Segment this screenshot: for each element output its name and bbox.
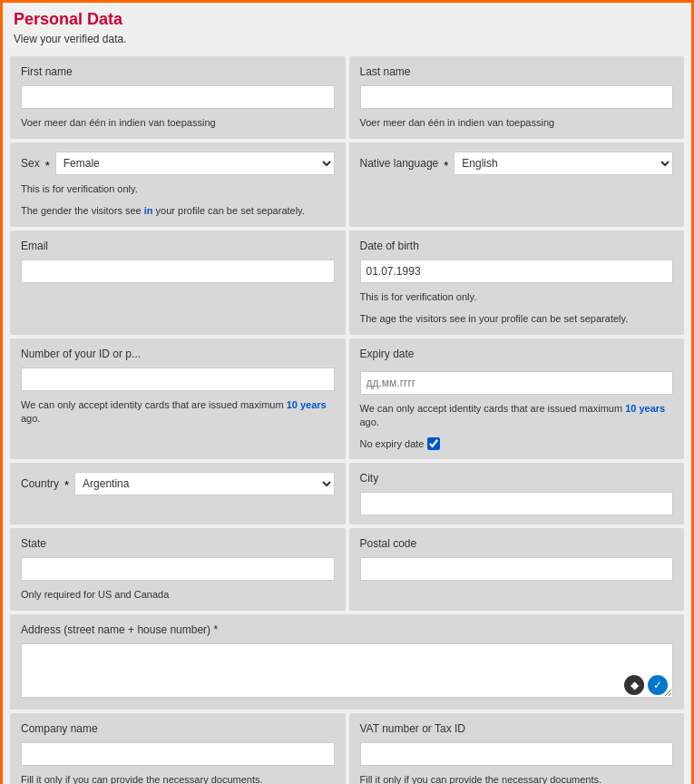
sex-hint1: This is for verification only. (21, 182, 335, 196)
expiry-date-input[interactable] (360, 371, 674, 395)
vat-number-section: VAT number or Tax ID Fill it only if you… (349, 713, 685, 784)
company-name-section: Company name Fill it only if you can pro… (10, 713, 346, 784)
form-grid: First name Voer meer dan één in indien v… (3, 53, 691, 784)
email-section: Email (10, 230, 346, 335)
dob-hint1: This is for verification only. (360, 290, 674, 304)
first-name-section: First name Voer meer dan één in indien v… (10, 56, 346, 139)
state-hint: Only required for US and Canada (21, 588, 335, 602)
postal-code-section: Postal code (349, 528, 685, 611)
company-name-label: Company name (21, 722, 335, 735)
postal-code-label: Postal code (360, 537, 674, 550)
address-icon-blue[interactable]: ✓ (648, 675, 668, 695)
dob-section: Date of birth This is for verification o… (349, 230, 685, 335)
id-number-hint: We can only accept identity cards that a… (21, 398, 335, 426)
sex-section: Sex * Female Male Other This is for veri… (10, 142, 346, 227)
city-label: City (360, 472, 674, 485)
city-section: City (349, 463, 685, 524)
dob-label: Date of birth (360, 240, 674, 252)
no-expiry-label: No expiry date (360, 438, 425, 449)
company-name-input[interactable] (21, 742, 335, 766)
address-section: Address (street name + house number) * ◆… (10, 614, 684, 710)
postal-code-input[interactable] (360, 557, 674, 581)
last-name-input[interactable] (360, 85, 674, 109)
native-language-select[interactable]: English Dutch Spanish French German (454, 152, 673, 175)
address-inner: ◆ ✓ (21, 643, 673, 701)
sex-label: Sex (21, 153, 40, 170)
sex-select[interactable]: Female Male Other (55, 152, 335, 175)
vat-number-hint: Fill it only if you can provide the nece… (360, 773, 674, 784)
page-title: Personal Data (3, 3, 691, 31)
country-label: Country (21, 474, 59, 490)
city-input[interactable] (360, 492, 674, 515)
native-language-label: Native language (360, 153, 439, 170)
vat-number-input[interactable] (360, 742, 674, 766)
state-input[interactable] (21, 557, 335, 581)
last-name-section: Last name Voer meer dan één in indien va… (349, 56, 685, 139)
email-input[interactable] (21, 260, 335, 283)
address-icons: ◆ ✓ (624, 675, 668, 695)
state-label: State (21, 537, 335, 550)
vat-number-label: VAT number or Tax ID (360, 722, 674, 735)
last-name-label: Last name (360, 65, 674, 78)
id-number-label: Number of your ID or p... (21, 348, 335, 360)
dob-input[interactable] (360, 260, 674, 283)
page-wrapper: Personal Data View your verified data. F… (0, 0, 694, 784)
company-name-hint: Fill it only if you can provide the nece… (21, 773, 335, 784)
id-number-input[interactable] (21, 368, 335, 391)
expiry-date-label: Expiry date (360, 348, 674, 360)
sex-required-star: * (45, 155, 50, 172)
expiry-date-section: Expiry date We can only accept identity … (349, 338, 685, 459)
country-required-star: * (64, 475, 69, 492)
sex-hint2: The gender the visitors see in your prof… (21, 204, 335, 218)
dob-hint2: The age the visitors see in your profile… (360, 312, 674, 326)
sex-hint2-link[interactable]: in (144, 205, 153, 216)
first-name-hint: Voer meer dan één in indien van toepassi… (21, 116, 335, 130)
country-select[interactable]: Argentina United States Canada Germany N… (74, 472, 334, 495)
first-name-label: First name (21, 65, 335, 78)
page-subtitle: View your verified data. (3, 31, 691, 53)
no-expiry-checkbox[interactable] (427, 437, 440, 450)
expiry-hint: We can only accept identity cards that a… (360, 402, 674, 430)
address-icon-dark[interactable]: ◆ (624, 675, 644, 695)
state-section: State Only required for US and Canada (10, 528, 346, 611)
country-section: Country * Argentina United States Canada… (10, 463, 346, 524)
first-name-input[interactable] (21, 85, 335, 109)
native-language-section: Native language * English Dutch Spanish … (349, 142, 685, 227)
address-input[interactable] (21, 643, 673, 698)
native-language-required-star: * (444, 155, 448, 172)
email-label: Email (21, 240, 335, 252)
id-number-section: Number of your ID or p... We can only ac… (10, 338, 346, 459)
address-label: Address (street name + house number) * (21, 623, 673, 636)
last-name-hint: Voer meer dan één in indien van toepassi… (360, 116, 674, 130)
